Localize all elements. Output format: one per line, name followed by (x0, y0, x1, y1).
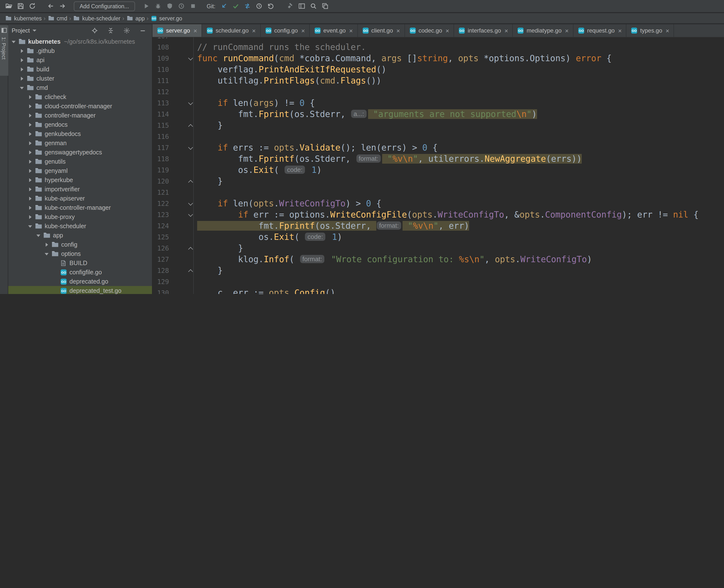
hide-button[interactable] (137, 25, 149, 36)
tree-item-api[interactable]: api (8, 55, 152, 65)
line-number[interactable]: 123 (152, 209, 169, 220)
tab-config.go[interactable]: GOconfig.go× (260, 24, 310, 37)
close-tab-icon[interactable]: × (565, 27, 569, 34)
fold-gutter[interactable] (169, 198, 197, 209)
breadcrumb-item-server.go[interactable]: GOserver.go (151, 15, 182, 22)
code-line-107[interactable]: 107 (152, 37, 724, 42)
fold-up-icon[interactable] (188, 269, 193, 274)
code-line-124[interactable]: 124 fmt.Fprintf(os.Stderr, format: "%v\n… (152, 220, 724, 232)
update-button[interactable] (218, 1, 230, 12)
code-line-120[interactable]: 120 } (152, 176, 724, 187)
tree-item-genutils[interactable]: genutils (8, 157, 152, 166)
code-line-129[interactable]: 129 (152, 276, 724, 288)
fold-gutter[interactable] (169, 142, 197, 153)
fold-down-icon[interactable] (188, 56, 193, 60)
close-tab-icon[interactable]: × (618, 27, 622, 34)
tree-item-kube-scheduler[interactable]: kube-scheduler (8, 222, 152, 231)
line-number[interactable]: 121 (152, 187, 169, 198)
close-tab-icon[interactable]: × (397, 27, 400, 34)
code-line-111[interactable]: 111 utilflag.PrintFlags(cmd.Flags()) (152, 75, 724, 86)
fold-gutter[interactable] (169, 53, 197, 64)
tree-item-config[interactable]: config (8, 240, 152, 249)
close-tab-icon[interactable]: × (666, 27, 669, 34)
fold-down-icon[interactable] (188, 100, 193, 105)
fold-gutter[interactable] (169, 98, 197, 109)
code-line-122[interactable]: 122 if len(opts.WriteConfigTo) > 0 { (152, 198, 724, 209)
tree-item-genman[interactable]: genman (8, 139, 152, 148)
tree-item-genkubedocs[interactable]: genkubedocs (8, 129, 152, 139)
line-number[interactable]: 115 (152, 120, 169, 131)
line-number[interactable]: 110 (152, 64, 169, 75)
layout-button[interactable] (296, 1, 307, 12)
close-tab-icon[interactable]: × (446, 27, 449, 34)
line-number[interactable]: 107 (152, 37, 169, 42)
add-configuration-button[interactable]: Add Configuration... (74, 1, 135, 11)
tab-event.go[interactable]: GOevent.go× (310, 24, 358, 37)
expanded-arrow-icon[interactable] (36, 232, 42, 238)
tree-item-cloud-controller-manager[interactable]: cloud-controller-manager (8, 102, 152, 111)
tab-client.go[interactable]: GOclient.go× (358, 24, 405, 37)
tab-interfaces.go[interactable]: GOinterfaces.go× (454, 24, 513, 37)
code-line-109[interactable]: 109func runCommand(cmd *cobra.Command, a… (152, 53, 724, 64)
collapsed-arrow-icon[interactable] (28, 140, 34, 146)
code-line-123[interactable]: 123 if err := options.WriteConfigFile(op… (152, 209, 724, 220)
line-number[interactable]: 127 (152, 254, 169, 265)
tree-item-kube-controller-manager[interactable]: kube-controller-manager (8, 203, 152, 212)
collapsed-arrow-icon[interactable] (28, 186, 34, 192)
tree-item-.github[interactable]: .github (8, 46, 152, 55)
collapsed-arrow-icon[interactable] (19, 66, 25, 72)
line-number[interactable]: 126 (152, 243, 169, 254)
tree-item-genswaggertypedocs[interactable]: genswaggertypedocs (8, 148, 152, 157)
line-number[interactable]: 112 (152, 86, 169, 98)
search-button[interactable] (307, 1, 319, 12)
diff-button[interactable] (241, 1, 253, 12)
collapsed-arrow-icon[interactable] (28, 205, 34, 210)
tree-item-cluster[interactable]: cluster (8, 74, 152, 83)
line-number[interactable]: 111 (152, 75, 169, 86)
tab-scheduler.go[interactable]: GOscheduler.go× (202, 24, 260, 37)
code-line-118[interactable]: 118 fmt.Fprintf(os.Stderr, format: "%v\n… (152, 153, 724, 165)
collapsed-arrow-icon[interactable] (28, 131, 34, 137)
line-number[interactable]: 122 (152, 198, 169, 209)
code-line-112[interactable]: 112 (152, 86, 724, 98)
code-line-127[interactable]: 127 klog.Infof( format: "Wrote configura… (152, 254, 724, 265)
history-button[interactable] (253, 1, 265, 12)
forward-button[interactable] (56, 1, 68, 12)
collapsed-arrow-icon[interactable] (28, 112, 34, 118)
back-button[interactable] (45, 1, 56, 12)
build-button[interactable] (284, 1, 296, 12)
collapsed-arrow-icon[interactable] (28, 159, 34, 164)
tree-item-BUILD[interactable]: BUILD (8, 258, 152, 268)
code-line-116[interactable]: 116 (152, 131, 724, 142)
tab-types.go[interactable]: GOtypes.go× (626, 24, 674, 37)
tab-request.go[interactable]: GOrequest.go× (573, 24, 626, 37)
line-number[interactable]: 116 (152, 131, 169, 142)
code-line-119[interactable]: 119 os.Exit( code: 1) (152, 165, 724, 176)
tree-item-controller-manager[interactable]: controller-manager (8, 111, 152, 120)
coverage-button[interactable] (164, 1, 175, 12)
code-editor[interactable]: 107108// runCommand runs the scheduler.1… (152, 37, 724, 294)
close-tab-icon[interactable]: × (349, 27, 353, 34)
tree-item-deprecated_test.go[interactable]: GOdeprecated_test.go (8, 286, 152, 294)
open-button[interactable] (3, 1, 15, 12)
code-line-114[interactable]: 114 fmt.Fprint(os.Stderr, a...: "argumen… (152, 109, 724, 120)
line-number[interactable]: 117 (152, 142, 169, 153)
tree-item-deprecated.go[interactable]: GOdeprecated.go (8, 277, 152, 286)
expanded-arrow-icon[interactable] (44, 251, 50, 257)
collapsed-arrow-icon[interactable] (44, 241, 50, 247)
collapsed-arrow-icon[interactable] (28, 122, 34, 127)
tree-item-build[interactable]: build (8, 65, 152, 74)
collapsed-arrow-icon[interactable] (28, 103, 34, 109)
collapsed-arrow-icon[interactable] (28, 149, 34, 155)
run-button[interactable] (141, 1, 152, 12)
collapse-button[interactable] (105, 25, 116, 36)
code-line-113[interactable]: 113 if len(args) != 0 { (152, 98, 724, 109)
sync-button[interactable] (26, 1, 38, 12)
collapsed-arrow-icon[interactable] (28, 168, 34, 173)
tab-codec.go[interactable]: GOcodec.go× (405, 24, 454, 37)
collapsed-arrow-icon[interactable] (19, 57, 25, 63)
code-line-117[interactable]: 117 if errs := opts.Validate(); len(errs… (152, 142, 724, 153)
code-line-108[interactable]: 108// runCommand runs the scheduler. (152, 42, 724, 53)
fold-gutter[interactable] (169, 209, 197, 220)
code-line-110[interactable]: 110 verflag.PrintAndExitIfRequested() (152, 64, 724, 75)
